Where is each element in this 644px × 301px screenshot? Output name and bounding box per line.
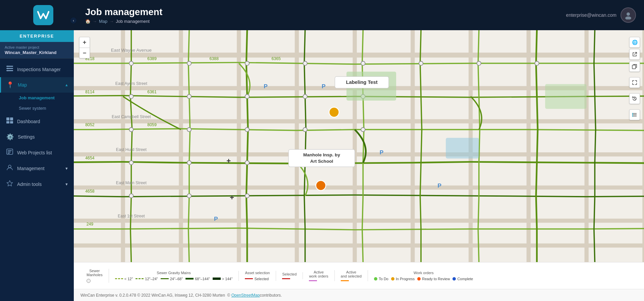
management-icon (6, 164, 13, 172)
svg-text:P: P (214, 215, 218, 222)
svg-text:+: + (230, 193, 234, 202)
breadcrumb-home-icon[interactable]: 🏠 (85, 19, 91, 24)
svg-rect-106 (288, 149, 355, 167)
svg-rect-14 (8, 152, 11, 152)
breadcrumb-map-link[interactable]: Map (99, 19, 107, 24)
legend-active-work-orders-items (309, 280, 317, 281)
breadcrumb-sep1: → (93, 19, 97, 24)
svg-rect-9 (10, 117, 13, 120)
sidebar-subitem-job-management[interactable]: Job management (15, 93, 74, 103)
inspections-icon (6, 65, 13, 73)
legend-work-orders: Work orders To Do In Progress Ready to R… (368, 271, 479, 281)
legend-manholes-items (87, 279, 91, 283)
svg-text:East Ayers Street: East Ayers Street (115, 81, 148, 86)
svg-text:6389: 6389 (147, 56, 157, 61)
legend-selected-item (282, 278, 290, 279)
svg-rect-11 (10, 121, 13, 123)
project-name: Wincan_Master_Kirkland (5, 50, 69, 55)
svg-text:Labeling Test: Labeling Test (346, 80, 377, 85)
svg-point-101 (316, 181, 326, 191)
svg-rect-13 (8, 150, 12, 151)
sidebar-item-management-label: Management (17, 166, 45, 171)
legend-gravity-24-68: 24"–68" (161, 277, 183, 281)
sidebar-item-admin[interactable]: Admin tools ▼ (0, 176, 74, 192)
legend-gt144-label: > 144" (222, 277, 233, 281)
sidebar-item-map[interactable]: 📍 Map ▲ (0, 77, 74, 93)
svg-rect-111 (632, 65, 636, 69)
sidebar-nav: Inspections Manager 📍 Map ▲ Job manageme… (0, 59, 74, 301)
header-title-area: Job management 🏠 → Map → Job management (78, 7, 566, 24)
sidebar-item-dashboard-label: Dashboard (17, 119, 40, 124)
svg-point-48 (129, 94, 133, 98)
osm-link[interactable]: OpenStreetMap (231, 293, 260, 298)
logo-icon[interactable] (33, 5, 53, 25)
legend-selected-items (282, 278, 290, 279)
legend-sewer-gravity-mains: Sewer Gravity Mains < 12" 12"–24" 24"–68… (109, 271, 239, 281)
copy-map-button[interactable] (629, 61, 640, 72)
sidebar-item-dashboard[interactable]: Dashboard (0, 113, 74, 129)
legend-12-24-label: 12"–24" (145, 277, 158, 281)
legend-asset-selection: Asset selection Selected (239, 271, 276, 281)
sidebar-toggle-button[interactable]: ‹ (70, 17, 77, 24)
svg-text:P: P (380, 149, 384, 156)
breadcrumb-sep2: → (109, 19, 114, 24)
zoom-out-button[interactable]: − (79, 48, 90, 58)
svg-text:East Hurd Street: East Hurd Street (116, 147, 147, 152)
map-icon: 📍 (6, 81, 14, 89)
legend-68-144-label: 68"–144" (195, 277, 210, 281)
zoom-controls: + − (79, 37, 90, 58)
layer-list-button[interactable] (629, 109, 640, 120)
svg-point-1 (625, 16, 631, 19)
fit-bounds-button[interactable] (629, 77, 640, 88)
legend-active-wo-item (309, 280, 317, 281)
legend-manholes-title: Sewer Manholes (87, 269, 103, 277)
svg-text:4654: 4654 (85, 156, 95, 160)
legend-asset-selected-label: Selected (254, 277, 269, 281)
legend-active-and-selected: Active and selected (335, 270, 368, 281)
breadcrumb: 🏠 → Map → Job management (85, 19, 566, 24)
user-avatar[interactable] (621, 7, 636, 23)
sidebar-item-settings[interactable]: ⚙️ Settings (0, 129, 74, 145)
legend-wo-review: Ready to Review (417, 277, 450, 281)
sidebar-item-inspections[interactable]: Inspections Manager (0, 61, 74, 77)
map-container[interactable]: East Wayne Avenue East Ayers Street East… (74, 30, 644, 262)
legend-asset-selection-items: Selected (245, 277, 269, 281)
sidebar-item-management[interactable]: Management ▼ (0, 160, 74, 176)
svg-point-56 (245, 128, 249, 132)
sidebar-item-web-projects[interactable]: Web Projects list (0, 145, 74, 160)
svg-text:6365: 6365 (271, 56, 281, 61)
svg-text:Art School: Art School (310, 159, 333, 164)
footer: WinCan Enterprise v. 0.2.0.478 © 2022 Wi… (74, 289, 644, 301)
map-subitems: Job management Sewer system (0, 93, 74, 113)
enterprise-badge: ENTERPRISE (0, 30, 74, 42)
sidebar-subitem-sewer-system[interactable]: Sewer system (15, 103, 74, 113)
svg-point-66 (187, 194, 191, 198)
svg-point-40 (187, 61, 191, 65)
map-controls: 🌐 (629, 37, 640, 120)
legend-gravity-68-144: 68"–144" (185, 277, 210, 281)
svg-line-110 (634, 52, 637, 55)
management-expand-icon: ▼ (65, 166, 68, 170)
legend-sewer-manholes: Sewer Manholes (80, 269, 109, 283)
svg-point-45 (477, 61, 481, 65)
svg-rect-93 (446, 138, 479, 159)
svg-point-7 (7, 70, 8, 71)
history-button[interactable] (629, 93, 640, 104)
map-expand-icon: ▲ (65, 83, 68, 87)
dashboard-icon (6, 117, 13, 125)
legend-selected: Selected (276, 272, 303, 279)
globe-button[interactable]: 🌐 (629, 37, 640, 48)
app-header: ‹ Job management 🏠 → Map → Job managemen… (0, 0, 644, 30)
legend-active-selected-item (341, 280, 349, 281)
legend-active-and-selected-items (341, 280, 349, 281)
header-user-area: enterprise@wincan.com (566, 7, 636, 23)
zoom-in-button[interactable]: + (79, 37, 90, 48)
svg-point-41 (245, 61, 249, 65)
legend-wo-inprogress-label: In Progress (396, 277, 415, 281)
svg-point-42 (303, 61, 307, 65)
svg-point-0 (627, 12, 630, 16)
legend-gravity-lt12: < 12" (115, 277, 133, 281)
external-link-button[interactable] (629, 49, 640, 60)
map-svg: East Wayne Avenue East Ayers Street East… (74, 30, 644, 262)
sidebar-item-admin-label: Admin tools (17, 182, 42, 187)
